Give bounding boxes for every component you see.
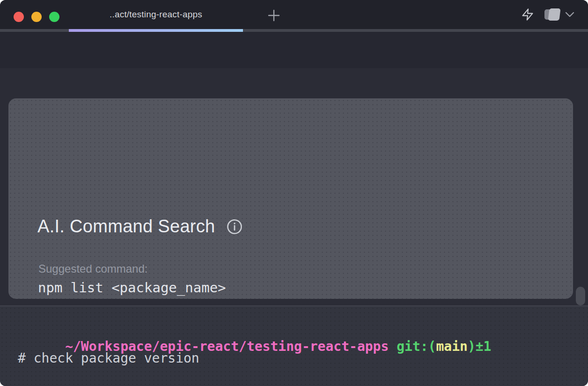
- overlapping-windows-icon: [544, 8, 560, 21]
- prompt-git-branch: main: [436, 339, 467, 354]
- suggested-command-label: Suggested command:: [38, 262, 147, 275]
- warp-terminal-window: ..act/testing-react-apps: [0, 0, 588, 386]
- typed-command: # check package version: [18, 350, 199, 366]
- info-icon[interactable]: [227, 219, 243, 235]
- scrollbar-thumb[interactable]: [576, 287, 585, 305]
- prompt-git-open: git:(: [389, 339, 436, 354]
- lightning-bolt-button[interactable]: [521, 7, 534, 22]
- window-management-menu[interactable]: [544, 8, 575, 21]
- terminal-input-block[interactable]: ~/Workspace/epic-react/testing-react-app…: [0, 306, 588, 386]
- prompt-git-dirty: ±1: [476, 339, 492, 354]
- chevron-down-icon: [565, 11, 575, 18]
- terminal-tab[interactable]: ..act/testing-react-apps: [69, 0, 243, 29]
- tab-title: ..act/testing-react-apps: [110, 9, 202, 20]
- new-tab-button[interactable]: [265, 7, 283, 23]
- suggested-command-text: npm list <package_name>: [38, 280, 226, 296]
- titlebar: ..act/testing-react-apps: [0, 0, 588, 29]
- panel-title: A.I. Command Search: [37, 216, 215, 237]
- zoom-window-button[interactable]: [49, 12, 59, 22]
- prompt-git-close: ): [468, 339, 476, 354]
- plus-icon: [267, 8, 281, 22]
- close-window-button[interactable]: [14, 12, 24, 22]
- minimize-window-button[interactable]: [31, 12, 42, 22]
- ai-command-search-panel: A.I. Command Search Suggested command: n…: [8, 98, 573, 299]
